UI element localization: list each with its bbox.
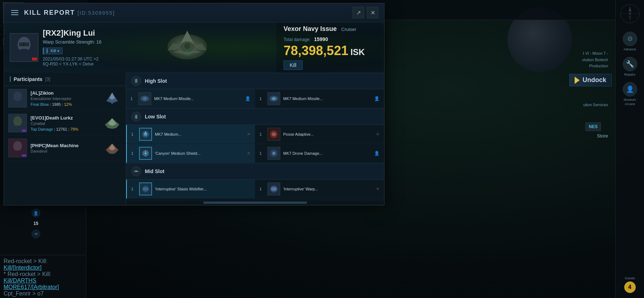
export-button[interactable]: ↗ bbox=[353, 7, 364, 18]
low-slot-header: Low Slot bbox=[126, 108, 384, 125]
high-slot-items: 1 MK7 Medium Missile... 👤 bbox=[126, 89, 384, 108]
guests-section: Guests 4 bbox=[624, 276, 636, 294]
hamburger-menu[interactable] bbox=[10, 9, 20, 17]
low-slot-items: 1 MK7 Medium... ✕ bbox=[126, 125, 384, 163]
victim-name: [RX2]King Lui bbox=[43, 28, 164, 38]
slot-item-icon-mid2 bbox=[267, 182, 280, 195]
low-slot-title: Low Slot bbox=[145, 114, 166, 119]
svg-point-11 bbox=[629, 13, 631, 15]
svg-point-69 bbox=[144, 188, 147, 190]
ship-render bbox=[162, 25, 212, 70]
undock-button[interactable]: Undock bbox=[569, 74, 612, 86]
corp-badge-3 bbox=[22, 154, 26, 157]
slot-item[interactable]: 1 'Canyon' Medium Shield... ✕ bbox=[126, 144, 255, 163]
repairs-label: Repairs bbox=[624, 73, 635, 76]
slot-item[interactable]: 1 MK7 Drone Damage... 👤 bbox=[255, 144, 384, 163]
slot-item[interactable]: 1 'Interruptive' Warp... ✕ bbox=[255, 180, 384, 199]
slot-item-icon-low1 bbox=[139, 128, 152, 141]
ship-svg bbox=[162, 25, 212, 68]
close-icon[interactable]: ✕ bbox=[247, 151, 250, 156]
slot-item[interactable]: 1 Posse Adaptive... ✕ bbox=[255, 125, 384, 144]
svg-point-27 bbox=[13, 91, 22, 101]
right-icon-museum[interactable]: 👤 MuseumArcane bbox=[623, 82, 637, 106]
victim-portrait bbox=[10, 33, 38, 62]
svg-rect-15 bbox=[19, 42, 23, 46]
close-button[interactable]: ✕ bbox=[367, 7, 378, 18]
kill-report-modal: KILL REPORT [ID:5309955] ↗ ✕ bbox=[4, 3, 385, 206]
participants-panel: Participants [3] [AL]Ziklon Ex bbox=[4, 73, 126, 205]
kill-location: 6Q-R50 < YX-LYK < Delve bbox=[43, 62, 164, 67]
chat-line-3: Cpt_Fenrir > o7 bbox=[4, 290, 82, 297]
kill-hero: [RX2]King Lui Warp Scramble Strength: 16… bbox=[4, 22, 384, 73]
close-icon[interactable]: ✕ bbox=[247, 132, 250, 137]
participants-title: Participants bbox=[14, 76, 42, 82]
person-icon: 👤 bbox=[374, 151, 380, 156]
svg-point-47 bbox=[272, 97, 276, 100]
svg-point-37 bbox=[13, 141, 22, 151]
ship-name: Vexor Navy Issue bbox=[284, 25, 337, 32]
low-slot-icon bbox=[131, 112, 141, 122]
high-slot-title: High Slot bbox=[145, 78, 167, 84]
chat-line-2: * Red-rocket > Kill: Kill/DARTHS MORE617… bbox=[4, 271, 82, 290]
participant-info-2: [EVO1]Death Lurkz Cynabal Top Damage | 1… bbox=[31, 115, 99, 131]
right-icon-repairs[interactable]: 🔧 Repairs bbox=[623, 57, 637, 76]
high-slot-header: High Slot bbox=[126, 73, 384, 89]
kill-report-id: [ID:5309955] bbox=[78, 10, 115, 16]
people-icon: 👤 bbox=[32, 209, 40, 217]
advance-label: Advance bbox=[624, 48, 636, 51]
svg-point-59 bbox=[145, 153, 146, 154]
guests-label: Guests bbox=[624, 276, 636, 280]
participant-ship-icon-2 bbox=[103, 116, 121, 130]
slot-item-icon-low4 bbox=[267, 147, 280, 160]
participant-item[interactable]: [EVO1]Death Lurkz Cynabal Top Damage | 1… bbox=[4, 111, 126, 136]
compass-decoration bbox=[620, 4, 640, 25]
slot-item-actions: ✕ bbox=[376, 186, 380, 191]
slot-item[interactable]: 1 MK7 Medium... ✕ bbox=[126, 125, 255, 144]
kill-stats: Vexor Navy Issue Cruiser Total damage: 1… bbox=[276, 22, 384, 73]
slot-item[interactable]: 1 MK7 Medium Missile... 👤 bbox=[126, 89, 255, 108]
header-actions: ↗ ✕ bbox=[353, 7, 378, 18]
kill-report-header: KILL REPORT [ID:5309955] ↗ ✕ bbox=[4, 3, 384, 22]
slot-item-icon bbox=[267, 92, 280, 105]
slot-item-actions: ✕ bbox=[376, 132, 380, 137]
undock-arrow-icon bbox=[575, 77, 580, 84]
svg-point-22 bbox=[184, 43, 190, 49]
participant-info-3: [PHPC]Mean Machine Daredevil bbox=[31, 143, 99, 153]
store-label: Store bbox=[597, 133, 608, 139]
mail-icon[interactable]: ✉ bbox=[32, 230, 40, 238]
victim-warp-scramble: Warp Scramble Strength: 16 bbox=[43, 39, 164, 45]
chat-log: Red-rocket > Kill: Kill/[Interdictor] * … bbox=[0, 255, 86, 298]
isk-value: 78,398,521 bbox=[284, 44, 348, 58]
slots-panel: High Slot 1 MK7 Medium Missile... bbox=[126, 73, 384, 205]
guests-badge: 4 bbox=[624, 281, 636, 293]
portrait-badge bbox=[32, 58, 37, 60]
museum-label: MuseumArcane bbox=[624, 98, 636, 106]
nes-badge: NES bbox=[585, 122, 601, 131]
slot-item-actions: ✕ bbox=[247, 132, 250, 137]
mid-slot-icon bbox=[131, 166, 141, 176]
scrollbar-thumb[interactable] bbox=[203, 202, 307, 204]
right-icon-advance[interactable]: ⚙ Advance bbox=[623, 32, 637, 51]
scrollbar-container bbox=[126, 200, 384, 205]
ship-class: Cruiser bbox=[341, 27, 356, 32]
person-icon: 👤 bbox=[374, 96, 380, 101]
kill-body: Participants [3] [AL]Ziklon Ex bbox=[4, 73, 384, 205]
svg-point-32 bbox=[13, 116, 22, 126]
svg-point-64 bbox=[273, 152, 275, 154]
corp-badge-2 bbox=[22, 130, 26, 132]
slot-item-actions: 👤 bbox=[245, 96, 250, 101]
close-icon[interactable]: ✕ bbox=[376, 186, 380, 191]
station-services: ution Services bbox=[583, 103, 608, 107]
participant-item[interactable]: [AL]Ziklon Executioner Interceptor Final… bbox=[4, 86, 126, 111]
participants-count: [3] bbox=[45, 77, 50, 82]
people-count: 15 bbox=[33, 221, 38, 226]
slot-item[interactable]: 1 'Interruptive' Stasis Webifier... bbox=[126, 180, 255, 199]
slot-item[interactable]: 1 MK7 Medium Missile... 👤 bbox=[255, 89, 384, 108]
kill-victim-section: [RX2]King Lui Warp Scramble Strength: 16… bbox=[4, 22, 169, 73]
repairs-icon: 🔧 bbox=[623, 57, 637, 71]
slot-item-icon bbox=[138, 92, 151, 105]
close-icon[interactable]: ✕ bbox=[376, 132, 380, 137]
slot-item-icon-low2 bbox=[267, 128, 280, 141]
participant-item[interactable]: [PHPC]Mean Machine Daredevil bbox=[4, 136, 126, 161]
person-icon: 👤 bbox=[245, 96, 250, 101]
